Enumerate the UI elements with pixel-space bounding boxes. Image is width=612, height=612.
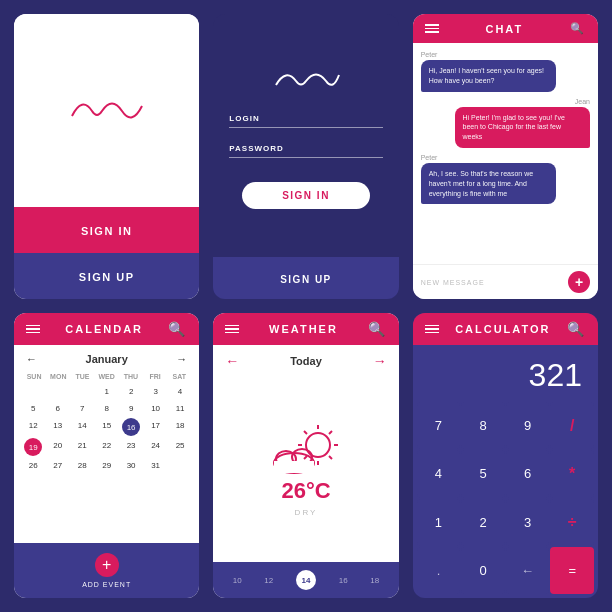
list-item: Jean Hi Peter! I'm glad to see you! I've… [421, 98, 590, 148]
calendar-day[interactable] [46, 384, 68, 399]
calculator-search-icon[interactable]: 🔍 [567, 321, 586, 337]
calendar-day[interactable]: 13 [46, 418, 68, 436]
calendar-day-highlighted[interactable]: 16 [122, 418, 140, 436]
calendar-day[interactable]: 29 [95, 458, 117, 473]
calc-btn-9[interactable]: 9 [506, 402, 550, 449]
calc-btn-6[interactable]: 6 [506, 450, 550, 497]
weather-prev-arrow[interactable]: ← [225, 353, 239, 369]
login-field-underline [229, 127, 382, 128]
weather-time[interactable]: 18 [370, 576, 379, 585]
weather-content: 26°C DRY [213, 377, 398, 562]
weather-time[interactable]: 10 [233, 576, 242, 585]
calc-btn-dot[interactable]: . [417, 547, 461, 594]
calendar-day[interactable]: 24 [144, 438, 166, 456]
calculator-menu-icon[interactable] [425, 325, 439, 334]
message-bubble: Hi Peter! I'm glad to see you! I've been… [455, 107, 590, 148]
calendar-bottom: + ADD EVENT [14, 543, 199, 598]
calendar-day[interactable]: 1 [95, 384, 117, 399]
calendar-day[interactable]: 7 [71, 401, 93, 416]
weather-description: DRY [295, 508, 318, 517]
calc-btn-divide[interactable]: / [550, 402, 594, 449]
calendar-day[interactable]: 17 [144, 418, 166, 436]
add-event-button[interactable]: + [95, 553, 119, 577]
calendar-day[interactable]: 12 [22, 418, 44, 436]
calendar-day[interactable]: 3 [144, 384, 166, 399]
calendar-day[interactable]: 4 [169, 384, 191, 399]
calendar-day[interactable]: 25 [169, 438, 191, 456]
weather-menu-icon[interactable] [225, 325, 239, 334]
signup-label: SIGN UP [79, 271, 135, 283]
calc-btn-2[interactable]: 2 [461, 499, 505, 546]
calendar-day[interactable]: 27 [46, 458, 68, 473]
login-signin-button[interactable]: SIGN IN [242, 182, 370, 209]
calc-btn-8[interactable]: 8 [461, 402, 505, 449]
chat-menu-icon[interactable] [425, 24, 439, 33]
calendar-day[interactable]: 23 [120, 438, 142, 456]
svg-line-6 [329, 456, 332, 459]
password-field: PASSWORD [229, 144, 382, 158]
calendar-day[interactable] [71, 384, 93, 399]
calc-btn-4[interactable]: 4 [417, 450, 461, 497]
weather-time[interactable]: 12 [264, 576, 273, 585]
calendar-day[interactable]: 14 [71, 418, 93, 436]
calendar-day[interactable]: 30 [120, 458, 142, 473]
calendar-day[interactable] [22, 384, 44, 399]
weather-time-active[interactable]: 14 [296, 570, 316, 590]
calendar-day[interactable]: 31 [144, 458, 166, 473]
calc-btn-equals[interactable]: = [550, 547, 594, 594]
calc-btn-0[interactable]: 0 [461, 547, 505, 594]
message-sender: Jean [575, 98, 590, 105]
calc-btn-minus[interactable]: ÷ [550, 499, 594, 546]
signin-button[interactable]: SIGN IN [14, 207, 199, 253]
calendar-day-today[interactable]: 19 [24, 438, 42, 456]
calc-btn-5[interactable]: 5 [461, 450, 505, 497]
weather-search-icon[interactable]: 🔍 [368, 321, 387, 337]
add-event-label: ADD EVENT [82, 581, 131, 588]
calculator-display: 321 [413, 345, 598, 402]
calendar-next-arrow[interactable]: → [176, 353, 187, 365]
calendar-day[interactable]: 11 [169, 401, 191, 416]
calculator-card: CALCULATOR 🔍 321 7 8 9 / 4 5 6 * 1 2 3 ÷… [413, 313, 598, 598]
calc-btn-backspace[interactable]: ← [506, 547, 550, 594]
calendar-day[interactable]: 21 [71, 438, 93, 456]
new-message-label: NEW MESSAGE [421, 279, 485, 286]
calendar-day[interactable]: 26 [22, 458, 44, 473]
svg-rect-12 [274, 461, 314, 473]
calendar-day[interactable]: 5 [22, 401, 44, 416]
calendar-day[interactable]: 8 [95, 401, 117, 416]
calendar-day[interactable]: 9 [120, 401, 142, 416]
calendar-day[interactable]: 10 [144, 401, 166, 416]
weather-next-arrow[interactable]: → [373, 353, 387, 369]
calendar-day[interactable]: 18 [169, 418, 191, 436]
calendar-days: 1 2 3 4 5 6 7 8 9 10 11 12 13 14 15 16 1… [22, 384, 191, 473]
signup-button[interactable]: SIGN UP [14, 253, 199, 299]
calendar-day[interactable]: 15 [95, 418, 117, 436]
calendar-search-icon[interactable]: 🔍 [168, 321, 187, 337]
calc-btn-7[interactable]: 7 [417, 402, 461, 449]
signin-top [14, 14, 199, 207]
chat-input-area: NEW MESSAGE + [413, 264, 598, 299]
weather-time[interactable]: 16 [339, 576, 348, 585]
login-signup-button[interactable]: SIGN UP [213, 257, 398, 299]
chat-search-icon[interactable]: 🔍 [570, 22, 586, 35]
calendar-day[interactable]: 20 [46, 438, 68, 456]
calc-btn-3[interactable]: 3 [506, 499, 550, 546]
calc-btn-multiply[interactable]: * [550, 450, 594, 497]
weather-temperature: 26°C [281, 478, 330, 504]
login-field: LOGIN [229, 114, 382, 128]
calendar-prev-arrow[interactable]: ← [26, 353, 37, 365]
calc-btn-1[interactable]: 1 [417, 499, 461, 546]
calendar-day[interactable]: 2 [120, 384, 142, 399]
calendar-grid: SUN MON TUE WED THU FRI SAT 1 2 3 4 5 6 … [14, 373, 199, 543]
weather-day-label: Today [290, 355, 322, 367]
message-sender: Peter [421, 51, 438, 58]
calendar-nav: ← January → [14, 345, 199, 373]
calendar-card: CALENDAR 🔍 ← January → SUN MON TUE WED T… [14, 313, 199, 598]
chat-title: CHAT [485, 23, 523, 35]
calendar-menu-icon[interactable] [26, 325, 40, 334]
calendar-day[interactable]: 22 [95, 438, 117, 456]
login-field-label: LOGIN [229, 114, 382, 123]
calendar-day[interactable]: 6 [46, 401, 68, 416]
calendar-day[interactable]: 28 [71, 458, 93, 473]
chat-add-button[interactable]: + [568, 271, 590, 293]
